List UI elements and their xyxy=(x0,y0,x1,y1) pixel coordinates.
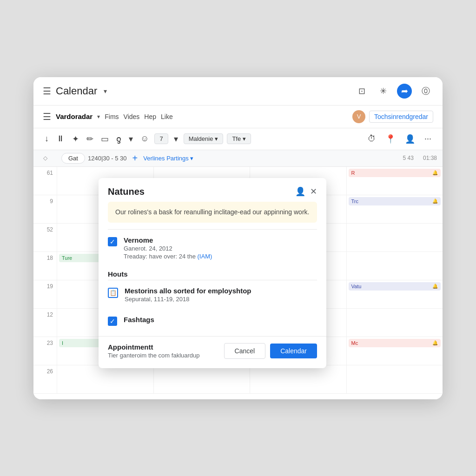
cal-right-numbers: 5 43 01:38 xyxy=(403,155,443,161)
app-title: Calendar xyxy=(56,85,97,97)
add-event-button[interactable]: + xyxy=(132,153,138,164)
cell[interactable]: Mc 🔔 xyxy=(346,337,443,365)
cell[interactable]: R 🔔 xyxy=(346,167,443,195)
vernome-sub2: Treaday: have over: 24 the (IAM) xyxy=(124,253,317,260)
dialog-title: Natunes xyxy=(108,186,145,197)
table-row: 26 xyxy=(33,365,443,394)
dialog-header: Natunes 👤 ✕ xyxy=(99,178,326,202)
row-label: 61 xyxy=(33,167,57,195)
top-bar-left: ☰ Calendar ▾ xyxy=(43,85,354,97)
corner-icon: ◇ xyxy=(43,155,47,161)
right-num-2: 01:38 xyxy=(423,155,437,161)
hamburger-icon[interactable]: ☰ xyxy=(43,86,51,97)
nav-link-fims[interactable]: Fims xyxy=(105,113,119,120)
cell[interactable] xyxy=(153,365,250,393)
calendar-event[interactable]: Mc 🔔 xyxy=(349,339,441,347)
nav-link-vides[interactable]: Vides xyxy=(124,113,140,120)
app-chevron-icon[interactable]: ▾ xyxy=(104,87,107,95)
nav-brand[interactable]: Vardoradar xyxy=(56,112,93,120)
close-icon[interactable]: ✕ xyxy=(310,186,317,197)
user-name-button[interactable]: Tochsinrendgredar xyxy=(369,111,433,123)
iam-link[interactable]: (IAM) xyxy=(198,253,212,260)
calendar-event[interactable]: R 🔔 xyxy=(349,169,441,177)
cell[interactable] xyxy=(250,365,346,393)
fashtags-checkbox-icon[interactable]: ✓ xyxy=(108,317,117,326)
cell[interactable]: Trc 🔔 xyxy=(346,195,443,223)
toolbar-right: ⏱ 📍 👤 ··· xyxy=(366,132,433,146)
footer-sub: Tier ganteroim the com fakluardup xyxy=(108,352,224,359)
asterisk-icon-btn[interactable]: ✳ xyxy=(376,84,390,99)
cell[interactable] xyxy=(346,365,443,393)
share-icon-btn[interactable]: ➦ xyxy=(397,84,412,99)
pencil-icon[interactable]: ✏ xyxy=(85,132,95,146)
cell[interactable] xyxy=(57,365,153,393)
more-icon[interactable]: ··· xyxy=(423,132,433,145)
cal-label-col: ◇ xyxy=(33,155,57,161)
dialog-item-mestorins: 📋 Mestorins allo sorted for employshtop … xyxy=(99,280,326,309)
row-cells xyxy=(57,365,443,393)
rect-icon[interactable]: ▭ xyxy=(99,132,111,146)
calendar-button[interactable]: Calendar xyxy=(270,344,317,358)
row-label: 19 xyxy=(33,280,57,308)
checkmark-icon: ✓ xyxy=(110,238,115,245)
checkbox-fashtags[interactable]: ✓ xyxy=(108,317,117,326)
info-icon-btn[interactable]: ⓪ xyxy=(418,84,433,99)
person2-icon[interactable]: 👤 xyxy=(403,132,417,146)
calendar-square-icon: 📋 xyxy=(108,288,118,298)
fashtags-content: Fashtags xyxy=(124,316,317,324)
row-label: 18 xyxy=(33,252,57,280)
vernome-title: Vernome xyxy=(124,236,317,244)
maldenie-chevron-icon: ▾ xyxy=(215,135,218,142)
right-num-1: 5 43 xyxy=(403,155,414,161)
nav-link-like[interactable]: Like xyxy=(161,113,173,120)
cell[interactable] xyxy=(346,252,443,280)
tfe-label: Tfe xyxy=(232,135,241,142)
verlines-label: Verlines Partings xyxy=(143,155,189,162)
cancel-button[interactable]: Cancel xyxy=(224,343,266,359)
dialog: Natunes 👤 ✕ Our rolines's a bask for rea… xyxy=(99,178,326,368)
row-label: 9 xyxy=(33,195,57,223)
badge-chevron-icon[interactable]: ▾ xyxy=(172,132,180,146)
person-icon[interactable]: ☺ xyxy=(139,132,151,145)
verlines-chevron-icon: ▾ xyxy=(190,155,193,162)
maldenie-dropdown[interactable]: Maldenie ▾ xyxy=(184,133,224,144)
row-label: 23 xyxy=(33,337,57,365)
pin-icon[interactable]: 📍 xyxy=(383,132,397,146)
calendar-event[interactable]: Trc 🔔 xyxy=(349,197,441,205)
cal-time-range: 1240|30 - 5 30 xyxy=(88,155,127,162)
number-badge[interactable]: 7 xyxy=(154,133,168,144)
fashtags-title: Fashtags xyxy=(124,316,317,324)
strikethrough-icon[interactable]: ƍ xyxy=(114,132,123,146)
sub-nav-right: V Tochsinrendgredar xyxy=(352,110,433,123)
sub-hamburger-icon[interactable]: ☰ xyxy=(43,111,51,122)
footer-buttons: Cancel Calendar xyxy=(224,343,317,359)
cell[interactable] xyxy=(346,224,443,251)
row-label: 52 xyxy=(33,224,57,251)
nav-link-hep[interactable]: Hep xyxy=(144,113,156,120)
vernome-content: Vernome Ganerot. 24, 2012 Treaday: have … xyxy=(124,236,317,260)
checkbox-checked-icon[interactable]: ✓ xyxy=(108,237,117,246)
verlines-button[interactable]: Verlines Partings ▾ xyxy=(143,155,193,162)
pause-icon[interactable]: ⏸ xyxy=(54,132,66,145)
twitter-icon[interactable]: ✦ xyxy=(70,132,81,146)
dialog-item-vernome: ✓ Vernome Ganerot. 24, 2012 Treaday: hav… xyxy=(99,230,326,266)
cell[interactable]: Vatu 🔔 xyxy=(346,280,443,308)
app-container: ☰ Calendar ▾ ⊡ ✳ ➦ ⓪ ☰ Vardoradar ▾ Fims… xyxy=(33,77,443,399)
person-dialog-icon[interactable]: 👤 xyxy=(295,186,305,197)
tfe-dropdown[interactable]: Tfe ▾ xyxy=(227,133,251,144)
chevron-icon[interactable]: ▾ xyxy=(127,132,135,146)
mestorins-sub: Sepuratal, 111-19, 2018 xyxy=(125,296,317,303)
arrow-down-icon[interactable]: ↓ xyxy=(43,132,51,145)
timer-icon[interactable]: ⏱ xyxy=(366,132,378,145)
gat-pill[interactable]: Gat xyxy=(61,153,85,164)
dialog-header-icons: 👤 ✕ xyxy=(295,186,317,197)
cell[interactable] xyxy=(346,309,443,337)
grid-icon-btn[interactable]: ⊡ xyxy=(354,84,369,99)
calendar-event[interactable]: Vatu 🔔 xyxy=(349,282,441,291)
row-label: 12 xyxy=(33,309,57,337)
checkbox-vernome[interactable]: ✓ xyxy=(108,237,117,246)
mestorins-title: Mestorins allo sorted for employshtop xyxy=(125,287,317,295)
nav-brand-chevron-icon[interactable]: ▾ xyxy=(97,113,100,120)
vernome-sub1: Ganerot. 24, 2012 xyxy=(124,245,317,252)
dialog-item-fashtags: ✓ Fashtags xyxy=(99,309,326,332)
